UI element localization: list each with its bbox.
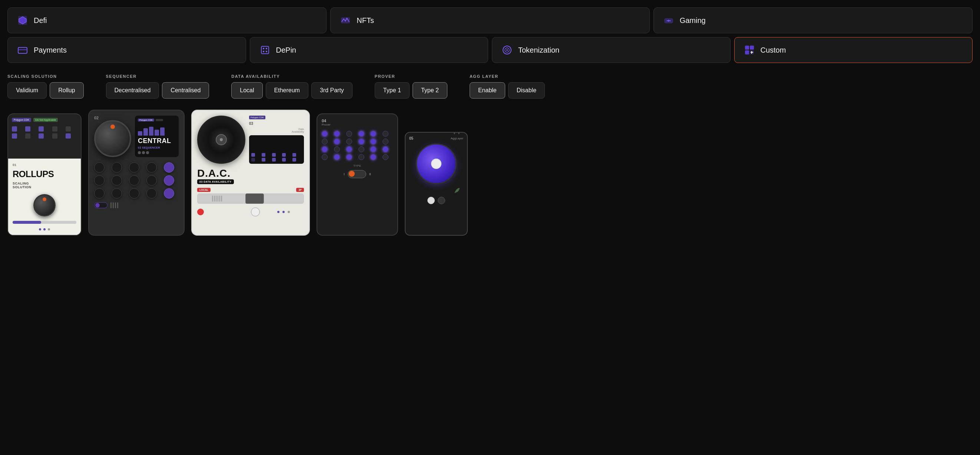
dev01-dots-grid	[12, 126, 77, 138]
dev01-slider-fill	[13, 221, 41, 224]
dev02-small-dot	[146, 151, 149, 154]
seq-btn[interactable]	[129, 175, 139, 186]
dev02-mini-toggle[interactable]	[94, 202, 108, 208]
pdot	[370, 154, 376, 160]
tokenization-icon	[501, 44, 513, 56]
svg-rect-13	[263, 51, 264, 52]
seq-btn[interactable]	[129, 188, 139, 199]
3rdparty-btn[interactable]: 3rd Party	[311, 82, 353, 99]
dev04-top-row: 04 Prover	[322, 119, 393, 126]
pdot	[346, 131, 352, 137]
pdot	[334, 146, 340, 152]
decentralised-btn[interactable]: Decentralised	[106, 82, 159, 99]
seq-btn[interactable]	[94, 162, 105, 173]
dev03-screen-dots	[251, 153, 302, 162]
agg-layer-group: AGG LAYER Enable Disable	[469, 74, 545, 99]
defi-icon	[17, 14, 29, 26]
seq-btn[interactable]	[111, 162, 122, 173]
dev02-small-dot	[142, 151, 145, 154]
sdot	[251, 158, 255, 162]
dev03-dac-info: D.A.C. 03 DATA AVAILABILITY	[197, 167, 234, 184]
seq-btn[interactable]	[164, 162, 174, 173]
dev05-circle-btn[interactable]	[427, 197, 435, 204]
category-row-1: Defi NFTs Gaming	[7, 7, 973, 33]
category-depin-btn[interactable]: DePin	[250, 37, 488, 63]
pdot	[334, 131, 340, 137]
seq-btn[interactable]	[146, 188, 157, 199]
seq-btn[interactable]	[94, 175, 105, 186]
dev05-disc	[416, 143, 457, 184]
ethereum-btn[interactable]: Ethereum	[266, 82, 309, 99]
dev01-logo-row: Polygon CDK DA Not Applicable	[12, 118, 77, 122]
pdot	[322, 146, 328, 152]
validium-btn[interactable]: Validium	[7, 82, 47, 99]
dev02-big-knob[interactable]	[94, 120, 131, 157]
seq-btn[interactable]	[111, 175, 122, 186]
dev04-dots-grid	[322, 131, 393, 160]
dev02-left: 02	[94, 116, 131, 157]
category-custom-btn[interactable]: Custom	[734, 37, 973, 63]
dev02-vert-lines	[110, 202, 118, 208]
category-tokenization-btn[interactable]: Tokenization	[492, 37, 730, 63]
dev01-top: Polygon CDK DA Not Applicable	[8, 114, 81, 159]
dev03-slider-handle[interactable]	[245, 193, 264, 204]
pdot	[346, 146, 352, 152]
sdot	[251, 153, 255, 157]
seq-btn[interactable]	[164, 175, 174, 186]
seq-btn[interactable]	[164, 188, 174, 199]
category-defi-btn[interactable]: Defi	[7, 7, 326, 33]
defi-label: Defi	[34, 16, 47, 25]
dev01-bottom: 01 ROLLUPS SCALINGSOLUTION	[8, 159, 81, 235]
dev03-num: 03	[249, 121, 304, 126]
sdot	[293, 158, 296, 162]
seq-btn[interactable]	[146, 162, 157, 173]
seq-btn[interactable]	[146, 175, 157, 186]
dev03-slider-track[interactable]	[197, 193, 304, 204]
bdot	[282, 211, 285, 213]
data-availability-label: DATA AVAILABILITY	[231, 74, 353, 78]
category-nfts-btn[interactable]: NFTs	[330, 7, 649, 33]
category-payments-btn[interactable]: Payments	[7, 37, 246, 63]
seq-btn[interactable]	[111, 188, 122, 199]
pdot	[358, 138, 364, 145]
category-gaming-btn[interactable]: Gaming	[654, 7, 973, 33]
pdot	[358, 146, 364, 152]
sdot	[282, 158, 286, 162]
scaling-solution-group: SCALING SOLUTION Validium Rollup	[7, 74, 84, 99]
dev03-local-tag: LOCAL	[197, 188, 210, 192]
scaling-solution-label: SCALING SOLUTION	[7, 74, 84, 78]
local-btn[interactable]: Local	[231, 82, 262, 99]
dev01-slider[interactable]	[13, 221, 76, 224]
type2-btn[interactable]: Type 2	[412, 82, 447, 99]
dev03-bottom-dots	[263, 211, 304, 213]
category-row-2: Payments DePin Tokenization	[7, 37, 973, 63]
dev05-antennas	[454, 132, 460, 134]
rollup-btn[interactable]: Rollup	[50, 82, 83, 99]
seq-btn[interactable]	[94, 188, 105, 199]
device-04-card: 04 Prover	[317, 113, 398, 235]
sl	[220, 196, 220, 202]
bdot	[277, 211, 280, 213]
svg-rect-19	[750, 46, 754, 50]
pdot	[346, 138, 352, 145]
dot	[52, 134, 57, 138]
dev05-circle-btn2[interactable]	[438, 197, 445, 204]
payments-label: Payments	[34, 46, 67, 54]
seq-btn[interactable]	[129, 162, 139, 173]
dev04-num: 04	[322, 119, 331, 123]
pdot	[346, 154, 352, 160]
centralised-btn[interactable]: Centralised	[162, 82, 209, 99]
dev03-red-btn[interactable]	[197, 208, 204, 215]
enable-btn[interactable]: Enable	[469, 82, 505, 99]
disable-btn[interactable]: Disable	[508, 82, 545, 99]
bottom-dot	[48, 228, 50, 231]
dev03-screen	[249, 135, 304, 164]
dev04-toggle[interactable]	[348, 170, 366, 178]
device-02-card: 02 Polygon CDK CENTRAL 02 SEQUENCER	[88, 110, 185, 235]
type1-btn[interactable]: Type 1	[375, 82, 410, 99]
sdot	[262, 158, 266, 162]
turntable-center	[216, 134, 227, 145]
dev02-polygon-badge: Polygon CDK	[138, 119, 154, 121]
dev01-knob[interactable]	[33, 194, 56, 216]
dev03-white-btn[interactable]	[251, 207, 260, 216]
